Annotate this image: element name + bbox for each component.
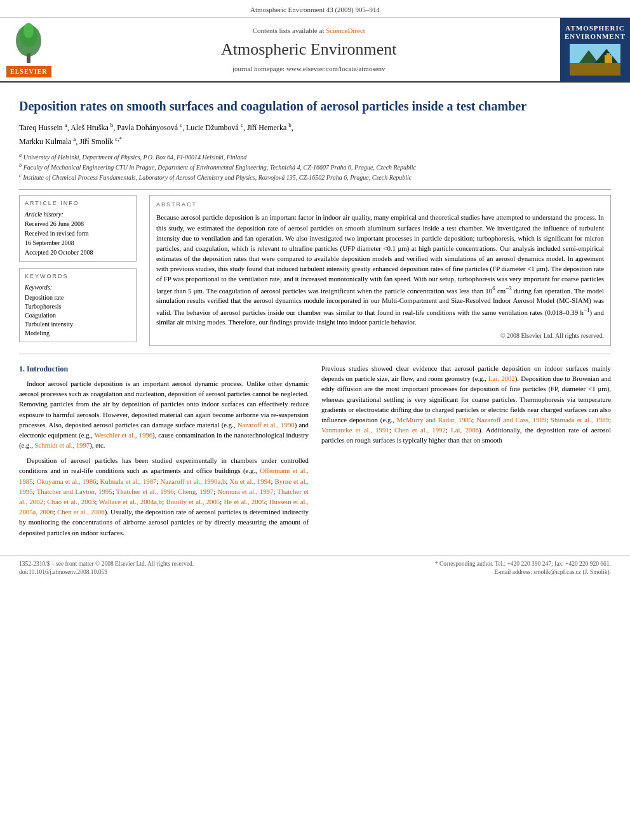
ref-chen1992[interactable]: Chen et al., 1992 xyxy=(394,426,446,434)
abstract-text: Because aerosol particle deposition is a… xyxy=(156,212,604,327)
affiliation-c: c Institute of Chemical Process Fundamen… xyxy=(19,172,611,182)
keywords-box: KEYWORDS Keywords: Deposition rate Turbo… xyxy=(19,268,137,342)
ref-shimada1989[interactable]: Shimada et al., 1989 xyxy=(551,416,609,423)
ref-xu1994[interactable]: Xu et al., 1994 xyxy=(229,477,271,485)
journal-logo-image xyxy=(570,44,620,76)
elsevier-tree-icon xyxy=(10,22,48,66)
keyword-coagulation: Coagulation xyxy=(25,311,131,320)
page-footer: 1352-2310/$ – see front matter © 2008 El… xyxy=(0,556,630,581)
ref-kulmala1987[interactable]: Kulmala et al., 1987 xyxy=(100,477,157,485)
abstract-copyright: © 2008 Elsevier Ltd. All rights reserved… xyxy=(156,331,604,340)
info-abstract-section: ARTICLE INFO Article history: Received 2… xyxy=(19,195,611,349)
ref-vanmarcke1991[interactable]: Vanmarcke et al., 1991 xyxy=(321,426,389,434)
ref-nazaroff1990ab[interactable]: Nazaroff et al., 1990a,b xyxy=(161,477,226,485)
ref-bouilly2005[interactable]: Bouilly et al., 2005 xyxy=(166,498,220,505)
ref-nomura1997[interactable]: Nomura et al., 1997 xyxy=(217,488,273,495)
banner-content: Contents lists available at ScienceDirec… xyxy=(58,21,560,79)
ref-wallace2004[interactable]: Wallace et al., 2004a,b xyxy=(99,498,163,505)
journal-citation: Atmospheric Environment 43 (2009) 905–91… xyxy=(250,6,380,13)
journal-homepage: journal homepage: www.elsevier.com/locat… xyxy=(70,64,547,74)
right-para-1: Previous studies showed clear evidence t… xyxy=(321,363,611,446)
body-left-col: 1. Introduction Indoor aerosol particle … xyxy=(19,363,309,543)
authors-line: Tareq Hussein a, Aleš Hruška b, Pavla Do… xyxy=(19,121,611,147)
affiliation-a: a University of Helsinki, Department of … xyxy=(19,152,611,162)
svg-rect-10 xyxy=(607,53,610,55)
keyword-modeling: Modeling xyxy=(25,329,131,338)
ref-chen2006[interactable]: Chen et al., 2006 xyxy=(57,508,105,516)
ref-he2005[interactable]: He et al., 2005 xyxy=(224,498,265,505)
ref-lai2002[interactable]: Lai, 2002 xyxy=(488,375,515,382)
intro-para-1: Indoor aerosol particle deposition is an… xyxy=(19,378,309,450)
keyword-deposition: Deposition rate xyxy=(25,293,131,302)
affiliations: a University of Helsinki, Department of … xyxy=(19,152,611,183)
body-divider xyxy=(19,354,611,354)
sciencedirect-line: Contents lists available at ScienceDirec… xyxy=(70,26,547,36)
main-content: Deposition rates on smooth surfaces and … xyxy=(0,83,630,549)
sciencedirect-link[interactable]: ScienceDirect xyxy=(326,27,365,34)
section-divider xyxy=(19,189,611,190)
intro-para-2: Deposition of aerosol particles has been… xyxy=(19,455,309,538)
abstract-col: ABSTRACT Because aerosol particle deposi… xyxy=(149,195,611,349)
elsevier-label: ELSEVIER xyxy=(6,66,51,77)
keywords-section-label: KEYWORDS xyxy=(25,272,131,281)
ref-mcmurry1985[interactable]: McMurry and Radar, 1985 xyxy=(397,416,473,423)
body-right-col: Previous studies showed clear evidence t… xyxy=(321,363,611,543)
footer-left: 1352-2310/$ – see front matter © 2008 El… xyxy=(19,560,194,577)
journal-landscape-icon xyxy=(570,44,620,76)
ref-nazaroff1989[interactable]: Nazaroff and Cass, 1989 xyxy=(476,416,546,423)
journal-banner: ELSEVIER Contents lists available at Sci… xyxy=(0,18,630,83)
svg-rect-6 xyxy=(570,63,620,76)
article-info-label: ARTICLE INFO xyxy=(25,199,131,208)
ref-thatcher1995[interactable]: Thatcher and Layton, 1995 xyxy=(37,488,112,495)
abstract-box: ABSTRACT Because aerosol particle deposi… xyxy=(149,195,611,346)
svg-rect-9 xyxy=(605,55,612,63)
body-section: 1. Introduction Indoor aerosol particle … xyxy=(19,363,611,543)
keywords-label: Keywords: xyxy=(25,283,131,292)
ref-thatcher1996[interactable]: Thatcher et al., 1996 xyxy=(116,488,174,495)
intro-heading: 1. Introduction xyxy=(19,363,309,375)
ref-nazaroff1990[interactable]: Nazaroff et al., 1990 xyxy=(238,421,295,429)
elsevier-logo-area: ELSEVIER xyxy=(0,18,58,81)
abstract-label: ABSTRACT xyxy=(156,201,604,209)
article-info-col: ARTICLE INFO Article history: Received 2… xyxy=(19,195,137,349)
svg-point-4 xyxy=(23,23,34,38)
keyword-turbophoresis: Turbophoresis xyxy=(25,302,131,311)
ref-schmidt1997[interactable]: Schmidt et al., 1997 xyxy=(35,441,90,449)
journal-logo: ATMOSPHERICENVIRONMENT xyxy=(560,18,630,81)
history-label: Article history: Received 26 June 2008 R… xyxy=(25,210,131,257)
ref-chao2003[interactable]: Chao et al., 2003 xyxy=(47,498,95,505)
ref-weschler1996[interactable]: Weschler et al., 1996 xyxy=(95,431,152,439)
ref-cheng1997[interactable]: Cheng, 1997 xyxy=(178,488,213,495)
affiliation-b: b Faculty of Mechanical Engineering CTU … xyxy=(19,162,611,172)
journal-header: Atmospheric Environment 43 (2009) 905–91… xyxy=(0,0,630,18)
article-history-box: ARTICLE INFO Article history: Received 2… xyxy=(19,195,137,262)
keyword-turbulent: Turbulent intensity xyxy=(25,320,131,329)
ref-okuyama1986[interactable]: Okuyama et al., 1986 xyxy=(37,477,97,485)
footer-footnote: * Corresponding author. Tel.: +420 220 3… xyxy=(435,560,611,577)
ref-lai2006[interactable]: Lai, 2006 xyxy=(451,426,479,434)
journal-title: Atmospheric Environment xyxy=(70,38,547,61)
article-title: Deposition rates on smooth surfaces and … xyxy=(19,98,611,114)
